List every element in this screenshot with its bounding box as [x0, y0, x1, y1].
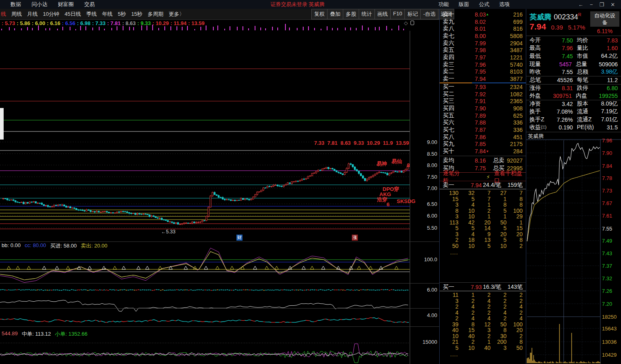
kline-chart[interactable]	[0, 31, 439, 364]
intraday-volume-label: 13036	[602, 339, 621, 345]
order-row[interactable]: 卖六7.992904	[440, 40, 526, 47]
intraday-price-label: 7.90	[602, 150, 621, 156]
ladder-price: : 13.59	[188, 20, 204, 25]
tick-volume: 14	[474, 225, 491, 231]
indicator3-axis-label: 4.00	[416, 312, 437, 318]
order-row[interactable]: 买二7.921082	[440, 91, 526, 98]
stat-label: 今开	[530, 37, 551, 44]
industry-box[interactable]: 自动化设备 6.11%	[590, 11, 619, 34]
stat-value: 199255	[599, 93, 618, 99]
menu-item[interactable]: 财富圈	[58, 1, 74, 8]
order-volume: 336	[490, 119, 523, 126]
period-item[interactable]: 季线	[86, 11, 97, 18]
signal-tick	[314, 28, 315, 30]
menu-bar: 数据问小达财富圈交易 证券交易未登录 英威腾 功能版面公式选项 ←−❐✕	[0, 0, 621, 9]
period-item-active[interactable]: 线	[1, 11, 6, 18]
nav-back-icon[interactable]: ←	[578, 2, 583, 8]
order-volume: 284	[490, 148, 523, 154]
tick-volume: 8	[506, 339, 523, 345]
minimize-icon[interactable]: −	[590, 2, 593, 8]
toolbar-button[interactable]: 画线	[374, 9, 391, 19]
period-item[interactable]: 年线	[102, 11, 113, 18]
order-row[interactable]: 卖十8.03▲216	[440, 11, 526, 18]
margin-marker: R	[578, 12, 581, 17]
toolbar-button[interactable]: 多股	[343, 9, 359, 19]
order-row[interactable]: 买六7.88336	[440, 119, 526, 126]
order-row[interactable]: 卖五7.983487	[440, 47, 526, 54]
stat-value: 45526	[551, 77, 573, 83]
menu-item[interactable]: 版面	[459, 1, 469, 8]
menu-item[interactable]: 公式	[479, 1, 489, 8]
close-icon[interactable]: ✕	[610, 2, 615, 8]
tick-volume: 7	[474, 196, 491, 202]
signal-tick	[57, 29, 58, 30]
restore-icon[interactable]: ❐	[600, 2, 604, 8]
order-row[interactable]: 卖四7.971221	[440, 54, 526, 61]
order-level-label: 买六	[443, 119, 462, 126]
period-item[interactable]: 10分钟	[43, 11, 59, 18]
tick-volume: 2	[459, 309, 475, 315]
menu-item[interactable]: 选项	[499, 1, 510, 8]
toolbar-button[interactable]: F10	[390, 9, 405, 19]
stat-label: 跌停	[577, 85, 600, 92]
toolbar-button[interactable]: 标记	[404, 9, 421, 19]
diamond-icon[interactable]: ◇	[404, 20, 408, 26]
order-row[interactable]: 买十7.84▼284	[440, 148, 526, 155]
stat-value: 309751	[550, 93, 572, 99]
signal-tick	[242, 26, 243, 30]
chart-annotation: 浩穿	[377, 196, 387, 203]
y-axis-label: 9.00	[416, 139, 437, 145]
low-price-label: ←5.33	[161, 229, 175, 235]
toolbar-button[interactable]: 统计	[359, 9, 375, 19]
price-ladder: : 5.73: 5.86: 6.00: 6.16: 6.56: 6.98: 7.…	[0, 20, 439, 25]
tick-volume: 3	[491, 345, 507, 351]
order-row[interactable]: 卖一7.943877	[440, 75, 526, 83]
signal-tick	[27, 27, 28, 30]
order-row[interactable]: 卖八8.01816	[440, 25, 526, 32]
page-icon[interactable]	[410, 21, 414, 25]
stat-value: 5457	[550, 61, 572, 68]
indicator1-labels: bb: 0.00cc: 80.00买进: 58.00卖出: 20.00	[2, 242, 107, 250]
menu-item[interactable]: 数据	[11, 1, 21, 8]
menu-item[interactable]: 功能	[438, 1, 449, 8]
order-row[interactable]: 买五7.89625	[440, 112, 526, 119]
tick-volume: 8	[506, 201, 523, 207]
intraday-volume-label: 15643	[602, 326, 621, 332]
order-row[interactable]: 买一7.932324	[440, 83, 526, 91]
order-row[interactable]: 卖九8.02699	[440, 18, 526, 25]
y-axis-label: 7.50	[416, 174, 437, 180]
period-item[interactable]: 周线	[11, 11, 22, 18]
signal-tick	[248, 28, 249, 30]
order-volume: 216	[490, 11, 523, 18]
menu-item[interactable]: 交易	[84, 1, 95, 8]
period-item[interactable]: 更多〉	[169, 11, 185, 18]
toolbar-button[interactable]: 复权	[311, 9, 328, 19]
order-row[interactable]: 买八7.86451	[440, 133, 526, 141]
order-row[interactable]: 买三7.912365	[440, 97, 526, 105]
period-item[interactable]: 45日线	[64, 11, 81, 18]
stat-row: 净资3.42股本8.09亿	[526, 100, 621, 108]
toolbar-button[interactable]: -自选	[420, 9, 438, 19]
stat-label: 均价	[577, 37, 600, 44]
intraday-price-label: 7.43	[602, 250, 621, 256]
period-item[interactable]: 15秒	[131, 11, 142, 18]
order-row[interactable]: 买四7.90908	[440, 105, 526, 112]
signal-tick	[308, 26, 309, 30]
order-row[interactable]: 买七7.87336	[440, 126, 526, 133]
menu-item[interactable]: 问小达	[32, 1, 47, 8]
order-price: 7.88	[462, 119, 486, 126]
period-item[interactable]: 月线	[27, 11, 38, 18]
signal-tick	[237, 27, 238, 30]
order-row[interactable]: 买九7.852175	[440, 141, 526, 148]
period-item[interactable]: 多周期	[148, 11, 164, 18]
signal-tick	[224, 29, 225, 30]
period-item[interactable]: 5秒	[118, 11, 126, 18]
stat-label: 最高	[530, 44, 551, 52]
signal-tick	[158, 28, 159, 30]
order-row[interactable]: 卖七8.005808	[440, 32, 526, 40]
order-row[interactable]: 卖三7.965740	[440, 61, 526, 68]
y-axis-label: 5.50	[416, 225, 437, 231]
signal-tick	[21, 28, 22, 30]
order-row[interactable]: 卖二7.958103	[440, 68, 526, 76]
toolbar-button[interactable]: 叠加	[327, 9, 343, 19]
